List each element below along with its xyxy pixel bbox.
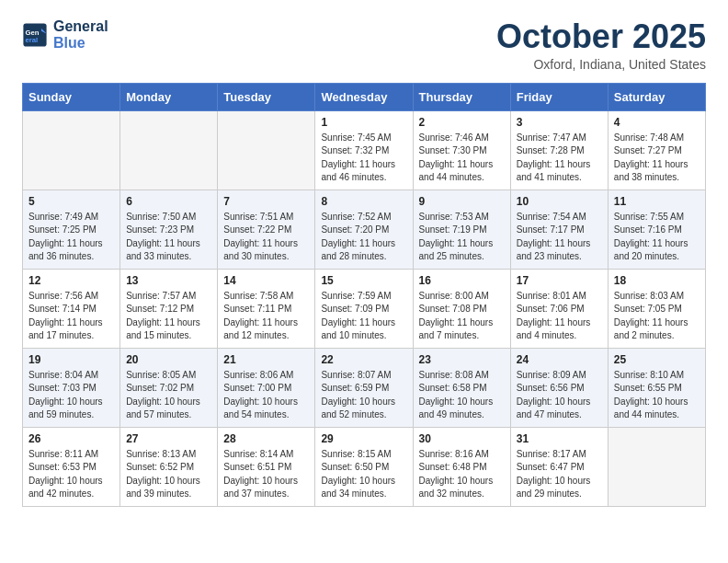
day-info: Sunrise: 8:13 AM Sunset: 6:52 PM Dayligh…	[126, 448, 211, 501]
day-number: 21	[223, 353, 309, 366]
day-number: 9	[419, 195, 505, 208]
calendar-day-cell: 27Sunrise: 8:13 AM Sunset: 6:52 PM Dayli…	[120, 427, 218, 506]
day-number: 11	[614, 195, 700, 208]
day-number: 28	[223, 432, 309, 445]
calendar-header-day: Saturday	[608, 83, 705, 110]
calendar-header-day: Sunday	[23, 83, 120, 110]
calendar-day-cell: 31Sunrise: 8:17 AM Sunset: 6:47 PM Dayli…	[510, 427, 608, 506]
day-number: 7	[223, 195, 309, 208]
day-info: Sunrise: 7:50 AM Sunset: 7:23 PM Dayligh…	[126, 211, 211, 264]
day-info: Sunrise: 7:54 AM Sunset: 7:17 PM Dayligh…	[517, 211, 602, 264]
day-number: 14	[223, 274, 309, 287]
day-number: 19	[28, 353, 114, 366]
calendar-day-cell	[608, 427, 705, 506]
day-number: 3	[517, 116, 602, 129]
calendar-week-row: 26Sunrise: 8:11 AM Sunset: 6:53 PM Dayli…	[23, 427, 706, 506]
calendar-day-cell: 17Sunrise: 8:01 AM Sunset: 7:06 PM Dayli…	[510, 269, 608, 348]
calendar-day-cell: 13Sunrise: 7:57 AM Sunset: 7:12 PM Dayli…	[120, 269, 218, 348]
day-number: 24	[517, 353, 602, 366]
calendar-day-cell: 15Sunrise: 7:59 AM Sunset: 7:09 PM Dayli…	[315, 269, 413, 348]
day-info: Sunrise: 8:11 AM Sunset: 6:53 PM Dayligh…	[28, 448, 114, 501]
calendar-day-cell: 22Sunrise: 8:07 AM Sunset: 6:59 PM Dayli…	[315, 348, 413, 427]
day-info: Sunrise: 7:57 AM Sunset: 7:12 PM Dayligh…	[126, 290, 211, 343]
calendar-day-cell: 28Sunrise: 8:14 AM Sunset: 6:51 PM Dayli…	[218, 427, 315, 506]
calendar-day-cell: 11Sunrise: 7:55 AM Sunset: 7:16 PM Dayli…	[608, 190, 705, 269]
day-info: Sunrise: 8:05 AM Sunset: 7:02 PM Dayligh…	[126, 369, 211, 422]
day-number: 5	[28, 195, 114, 208]
calendar-week-row: 12Sunrise: 7:56 AM Sunset: 7:14 PM Dayli…	[23, 269, 706, 348]
day-number: 2	[419, 116, 505, 129]
calendar-day-cell: 1Sunrise: 7:45 AM Sunset: 7:32 PM Daylig…	[315, 110, 413, 190]
day-number: 27	[126, 432, 211, 445]
day-info: Sunrise: 8:14 AM Sunset: 6:51 PM Dayligh…	[223, 448, 309, 501]
title-area: October 2025 Oxford, Indiana, United Sta…	[496, 18, 706, 72]
day-info: Sunrise: 7:58 AM Sunset: 7:11 PM Dayligh…	[223, 290, 309, 343]
calendar-week-row: 19Sunrise: 8:04 AM Sunset: 7:03 PM Dayli…	[23, 348, 706, 427]
calendar-header-day: Monday	[120, 83, 218, 110]
calendar-day-cell: 20Sunrise: 8:05 AM Sunset: 7:02 PM Dayli…	[120, 348, 218, 427]
day-info: Sunrise: 7:45 AM Sunset: 7:32 PM Dayligh…	[321, 132, 406, 185]
calendar-day-cell: 2Sunrise: 7:46 AM Sunset: 7:30 PM Daylig…	[413, 110, 510, 190]
day-number: 30	[419, 432, 505, 445]
calendar-day-cell: 23Sunrise: 8:08 AM Sunset: 6:58 PM Dayli…	[413, 348, 510, 427]
day-info: Sunrise: 7:53 AM Sunset: 7:19 PM Dayligh…	[419, 211, 505, 264]
day-info: Sunrise: 8:01 AM Sunset: 7:06 PM Dayligh…	[517, 290, 602, 343]
day-info: Sunrise: 8:09 AM Sunset: 6:56 PM Dayligh…	[517, 369, 602, 422]
day-info: Sunrise: 7:55 AM Sunset: 7:16 PM Dayligh…	[614, 211, 700, 264]
day-number: 16	[419, 274, 505, 287]
day-info: Sunrise: 7:52 AM Sunset: 7:20 PM Dayligh…	[321, 211, 406, 264]
calendar-day-cell: 10Sunrise: 7:54 AM Sunset: 7:17 PM Dayli…	[510, 190, 608, 269]
logo: Gen eral General Blue	[22, 18, 108, 52]
calendar-day-cell: 30Sunrise: 8:16 AM Sunset: 6:48 PM Dayli…	[413, 427, 510, 506]
day-info: Sunrise: 8:04 AM Sunset: 7:03 PM Dayligh…	[28, 369, 114, 422]
calendar-day-cell: 4Sunrise: 7:48 AM Sunset: 7:27 PM Daylig…	[608, 110, 705, 190]
logo-line1: General	[53, 18, 108, 35]
day-number: 22	[321, 353, 406, 366]
day-number: 17	[517, 274, 602, 287]
calendar-week-row: 5Sunrise: 7:49 AM Sunset: 7:25 PM Daylig…	[23, 190, 706, 269]
calendar-day-cell: 8Sunrise: 7:52 AM Sunset: 7:20 PM Daylig…	[315, 190, 413, 269]
calendar-header-day: Wednesday	[315, 83, 413, 110]
day-number: 12	[28, 274, 114, 287]
day-number: 13	[126, 274, 211, 287]
day-info: Sunrise: 8:07 AM Sunset: 6:59 PM Dayligh…	[321, 369, 406, 422]
day-info: Sunrise: 7:59 AM Sunset: 7:09 PM Dayligh…	[321, 290, 406, 343]
day-info: Sunrise: 7:49 AM Sunset: 7:25 PM Dayligh…	[28, 211, 114, 264]
month-title: October 2025	[496, 18, 706, 55]
day-info: Sunrise: 8:17 AM Sunset: 6:47 PM Dayligh…	[517, 448, 602, 501]
day-number: 10	[517, 195, 602, 208]
calendar-day-cell: 14Sunrise: 7:58 AM Sunset: 7:11 PM Dayli…	[218, 269, 315, 348]
calendar-header-day: Thursday	[413, 83, 510, 110]
calendar-day-cell: 21Sunrise: 8:06 AM Sunset: 7:00 PM Dayli…	[218, 348, 315, 427]
logo-icon: Gen eral	[22, 22, 48, 48]
logo-line2: Blue	[53, 35, 108, 52]
day-info: Sunrise: 8:08 AM Sunset: 6:58 PM Dayligh…	[419, 369, 505, 422]
day-number: 29	[321, 432, 406, 445]
calendar-day-cell: 16Sunrise: 8:00 AM Sunset: 7:08 PM Dayli…	[413, 269, 510, 348]
calendar-day-cell	[23, 110, 120, 190]
day-number: 20	[126, 353, 211, 366]
day-number: 31	[517, 432, 602, 445]
day-number: 4	[614, 116, 700, 129]
day-number: 18	[614, 274, 700, 287]
calendar-header-day: Friday	[510, 83, 608, 110]
day-info: Sunrise: 7:56 AM Sunset: 7:14 PM Dayligh…	[28, 290, 114, 343]
day-info: Sunrise: 7:46 AM Sunset: 7:30 PM Dayligh…	[419, 132, 505, 185]
day-info: Sunrise: 7:48 AM Sunset: 7:27 PM Dayligh…	[614, 132, 700, 185]
location: Oxford, Indiana, United States	[496, 57, 706, 72]
calendar-week-row: 1Sunrise: 7:45 AM Sunset: 7:32 PM Daylig…	[23, 110, 706, 190]
day-info: Sunrise: 7:47 AM Sunset: 7:28 PM Dayligh…	[517, 132, 602, 185]
calendar: SundayMondayTuesdayWednesdayThursdayFrid…	[22, 83, 706, 507]
day-info: Sunrise: 8:03 AM Sunset: 7:05 PM Dayligh…	[614, 290, 700, 343]
svg-text:Gen: Gen	[26, 29, 40, 37]
calendar-day-cell: 12Sunrise: 7:56 AM Sunset: 7:14 PM Dayli…	[23, 269, 120, 348]
day-info: Sunrise: 8:00 AM Sunset: 7:08 PM Dayligh…	[419, 290, 505, 343]
calendar-day-cell: 6Sunrise: 7:50 AM Sunset: 7:23 PM Daylig…	[120, 190, 218, 269]
calendar-header-row: SundayMondayTuesdayWednesdayThursdayFrid…	[23, 83, 706, 110]
calendar-day-cell: 29Sunrise: 8:15 AM Sunset: 6:50 PM Dayli…	[315, 427, 413, 506]
day-number: 1	[321, 116, 406, 129]
calendar-header-day: Tuesday	[218, 83, 315, 110]
calendar-day-cell: 24Sunrise: 8:09 AM Sunset: 6:56 PM Dayli…	[510, 348, 608, 427]
calendar-day-cell	[218, 110, 315, 190]
calendar-day-cell: 9Sunrise: 7:53 AM Sunset: 7:19 PM Daylig…	[413, 190, 510, 269]
